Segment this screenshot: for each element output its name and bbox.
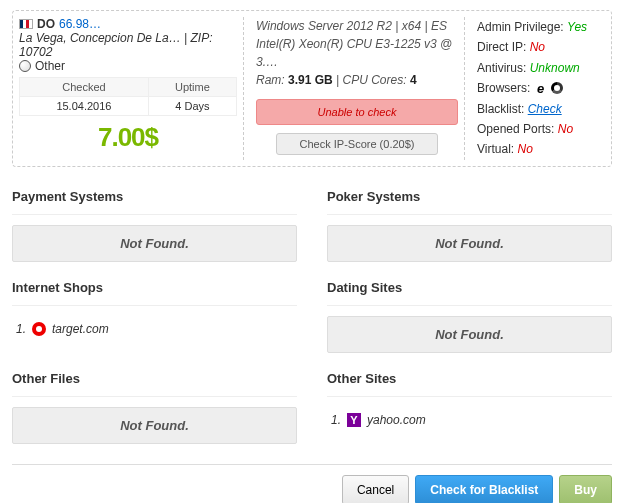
globe-icon [19, 60, 31, 72]
chrome-icon [551, 82, 563, 94]
yahoo-icon: Y [347, 413, 361, 427]
sections-grid: Payment Systems Not Found. Poker Systems… [12, 185, 612, 458]
item-index: 1. [331, 413, 341, 427]
poker-not-found: Not Found. [327, 225, 612, 262]
spec-line-3: Ram: 3.91 GB | CPU Cores: 4 [256, 71, 458, 89]
uptime-header: Uptime [148, 78, 236, 97]
cancel-button[interactable]: Cancel [342, 475, 409, 503]
shops-section: Internet Shops 1. target.com [12, 276, 297, 353]
stats-table: Checked Uptime 15.04.2016 4 Days [19, 77, 237, 116]
ie-icon: e [534, 82, 548, 96]
sites-title: Other Sites [327, 367, 612, 397]
files-not-found: Not Found. [12, 407, 297, 444]
left-col: DO 66.98… La Vega, Concepcion De La… | Z… [19, 17, 244, 160]
files-title: Other Files [12, 367, 297, 397]
spec-line-1: Windows Server 2012 R2 | x64 | ES [256, 17, 458, 35]
openedports-value: No [558, 122, 573, 136]
unable-to-check-button[interactable]: Unable to check [256, 99, 458, 125]
dating-not-found: Not Found. [327, 316, 612, 353]
blacklist-label: Blacklist: [477, 102, 524, 116]
virtual-label: Virtual: [477, 142, 514, 156]
country-code: DO [37, 17, 55, 31]
files-section: Other Files Not Found. [12, 367, 297, 444]
list-item: 1. target.com [12, 316, 297, 342]
dating-title: Dating Sites [327, 276, 612, 306]
spec-line-2: Intel(R) Xeon(R) CPU E3-1225 v3 @ 3.… [256, 35, 458, 71]
buy-button[interactable]: Buy [559, 475, 612, 503]
checked-header: Checked [20, 78, 149, 97]
zip-label: ZIP: [190, 31, 212, 45]
checked-value: 15.04.2016 [20, 97, 149, 116]
check-blacklist-button[interactable]: Check for Blacklist [415, 475, 553, 503]
dating-section: Dating Sites Not Found. [327, 276, 612, 353]
uptime-value: 4 Days [148, 97, 236, 116]
payment-title: Payment Systems [12, 185, 297, 215]
location-text: La Vega, Concepcion De La… [19, 31, 181, 45]
location-line: La Vega, Concepcion De La… | ZIP: 10702 [19, 31, 237, 59]
admin-label: Admin Privilege: [477, 20, 564, 34]
item-index: 1. [16, 322, 26, 336]
site-name: target.com [52, 322, 109, 336]
blacklist-check-link[interactable]: Check [528, 102, 562, 116]
sites-section: Other Sites 1. Y yahoo.com [327, 367, 612, 444]
summary-panel: DO 66.98… La Vega, Concepcion De La… | Z… [12, 10, 612, 167]
target-icon [32, 322, 46, 336]
site-name: yahoo.com [367, 413, 426, 427]
poker-title: Poker Systems [327, 185, 612, 215]
right-col: Admin Privilege: Yes Direct IP: No Antiv… [471, 17, 605, 160]
openedports-label: Opened Ports: [477, 122, 554, 136]
shops-title: Internet Shops [12, 276, 297, 306]
admin-value: Yes [567, 20, 587, 34]
poker-section: Poker Systems Not Found. [327, 185, 612, 262]
payment-not-found: Not Found. [12, 225, 297, 262]
mid-col: Windows Server 2012 R2 | x64 | ES Intel(… [250, 17, 465, 160]
list-item: 1. Y yahoo.com [327, 407, 612, 433]
price-value: 7.00$ [19, 116, 237, 155]
zip-value: 10702 [19, 45, 52, 59]
isp-text: Other [35, 59, 65, 73]
check-ip-score-button[interactable]: Check IP-Score (0.20$) [276, 133, 438, 155]
directip-label: Direct IP: [477, 40, 526, 54]
ip-link[interactable]: 66.98… [59, 17, 101, 31]
directip-value: No [530, 40, 545, 54]
antivirus-value: Unknown [530, 61, 580, 75]
country-flag-icon [19, 19, 33, 29]
payment-section: Payment Systems Not Found. [12, 185, 297, 262]
virtual-value: No [517, 142, 532, 156]
antivirus-label: Antivirus: [477, 61, 526, 75]
browsers-label: Browsers: [477, 81, 530, 95]
footer-actions: Cancel Check for Blacklist Buy [12, 464, 612, 503]
